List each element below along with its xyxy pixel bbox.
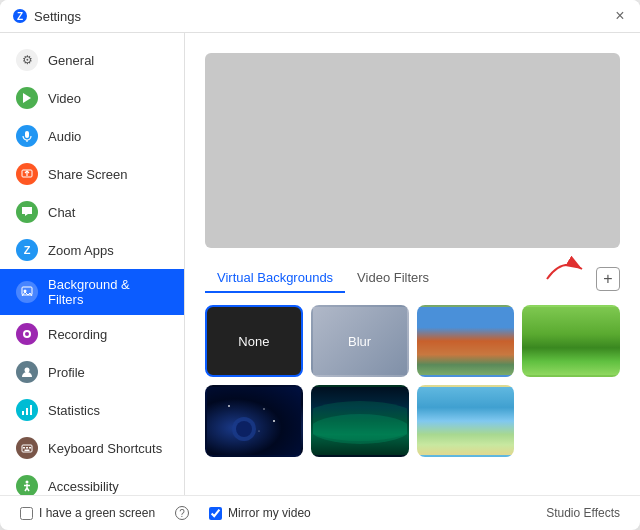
chat-icon bbox=[16, 201, 38, 223]
window-title: Settings bbox=[34, 9, 81, 24]
content-area: ⚙ General Video Audio bbox=[0, 33, 640, 495]
background-blur[interactable]: Blur bbox=[311, 305, 409, 377]
tab-virtual-backgrounds[interactable]: Virtual Backgrounds bbox=[205, 264, 345, 293]
sidebar: ⚙ General Video Audio bbox=[0, 33, 185, 495]
mirror-video-checkbox[interactable] bbox=[209, 507, 222, 520]
zoom-apps-icon: Z bbox=[16, 239, 38, 261]
sidebar-item-recording[interactable]: Recording bbox=[0, 315, 184, 353]
svg-point-31 bbox=[258, 430, 259, 431]
svg-rect-3 bbox=[25, 131, 29, 138]
backgrounds-grid: None Blur bbox=[205, 305, 620, 457]
close-button[interactable]: × bbox=[612, 8, 628, 24]
mirror-video-label: Mirror my video bbox=[228, 506, 311, 520]
bottom-bar: I have a green screen ? Mirror my video … bbox=[0, 495, 640, 530]
svg-point-10 bbox=[25, 332, 29, 336]
background-bridge[interactable] bbox=[417, 305, 515, 377]
sidebar-item-profile[interactable]: Profile bbox=[0, 353, 184, 391]
svg-line-24 bbox=[27, 488, 29, 491]
svg-rect-16 bbox=[23, 447, 25, 449]
background-space[interactable] bbox=[205, 385, 303, 457]
svg-rect-18 bbox=[29, 447, 31, 449]
sidebar-label-video: Video bbox=[48, 91, 81, 106]
audio-icon bbox=[16, 125, 38, 147]
svg-rect-17 bbox=[26, 447, 28, 449]
background-grass[interactable] bbox=[522, 305, 620, 377]
svg-point-33 bbox=[312, 414, 408, 444]
statistics-icon bbox=[16, 399, 38, 421]
background-aurora[interactable] bbox=[311, 385, 409, 457]
sidebar-item-general[interactable]: ⚙ General bbox=[0, 41, 184, 79]
titlebar: Z Settings × bbox=[0, 0, 640, 33]
aurora-visual bbox=[312, 385, 408, 457]
add-icon: + bbox=[603, 270, 612, 288]
sidebar-item-share-screen[interactable]: Share Screen bbox=[0, 155, 184, 193]
accessibility-icon bbox=[16, 475, 38, 495]
main-panel: Virtual Backgrounds Video Filters bbox=[185, 33, 640, 495]
video-icon bbox=[16, 87, 38, 109]
sidebar-label-chat: Chat bbox=[48, 205, 75, 220]
sidebar-item-accessibility[interactable]: Accessibility bbox=[0, 467, 184, 495]
svg-rect-19 bbox=[25, 450, 30, 452]
app-icon: Z bbox=[12, 8, 28, 24]
sidebar-item-zoom-apps[interactable]: Z Zoom Apps bbox=[0, 231, 184, 269]
svg-point-29 bbox=[263, 408, 265, 410]
tabs-container: Virtual Backgrounds Video Filters bbox=[205, 264, 441, 293]
sidebar-item-keyboard-shortcuts[interactable]: Keyboard Shortcuts bbox=[0, 429, 184, 467]
sidebar-label-accessibility: Accessibility bbox=[48, 479, 119, 494]
svg-point-30 bbox=[273, 420, 275, 422]
sidebar-item-video[interactable]: Video bbox=[0, 79, 184, 117]
space-visual bbox=[224, 401, 284, 441]
sidebar-item-background-filters[interactable]: Background & Filters bbox=[0, 269, 184, 315]
background-filters-icon bbox=[16, 281, 38, 303]
svg-text:Z: Z bbox=[17, 11, 23, 22]
sidebar-item-statistics[interactable]: Statistics bbox=[0, 391, 184, 429]
mirror-video-item[interactable]: Mirror my video bbox=[209, 506, 311, 520]
share-screen-icon bbox=[16, 163, 38, 185]
sidebar-label-general: General bbox=[48, 53, 94, 68]
sidebar-label-profile: Profile bbox=[48, 365, 85, 380]
tab-video-filters[interactable]: Video Filters bbox=[345, 264, 441, 293]
general-icon: ⚙ bbox=[16, 49, 38, 71]
svg-point-11 bbox=[25, 368, 30, 373]
background-none[interactable]: None bbox=[205, 305, 303, 377]
add-area: + bbox=[596, 267, 620, 291]
svg-marker-2 bbox=[23, 93, 31, 103]
help-icon[interactable]: ? bbox=[175, 506, 189, 520]
add-background-button[interactable]: + bbox=[596, 267, 620, 291]
profile-icon bbox=[16, 361, 38, 383]
sidebar-label-background-filters: Background & Filters bbox=[48, 277, 168, 307]
sidebar-item-audio[interactable]: Audio bbox=[0, 117, 184, 155]
svg-rect-14 bbox=[30, 405, 32, 415]
video-preview bbox=[205, 53, 620, 248]
sidebar-item-chat[interactable]: Chat bbox=[0, 193, 184, 231]
sidebar-label-statistics: Statistics bbox=[48, 403, 100, 418]
tabs-row: Virtual Backgrounds Video Filters bbox=[205, 264, 620, 293]
green-screen-checkbox[interactable] bbox=[20, 507, 33, 520]
recording-icon bbox=[16, 323, 38, 345]
sidebar-label-recording: Recording bbox=[48, 327, 107, 342]
green-screen-label: I have a green screen bbox=[39, 506, 155, 520]
titlebar-left: Z Settings bbox=[12, 8, 81, 24]
red-arrow-hint bbox=[542, 255, 592, 283]
sidebar-label-keyboard-shortcuts: Keyboard Shortcuts bbox=[48, 441, 162, 456]
studio-effects-button[interactable]: Studio Effects bbox=[546, 506, 620, 520]
svg-rect-13 bbox=[26, 408, 28, 415]
sidebar-label-audio: Audio bbox=[48, 129, 81, 144]
svg-rect-12 bbox=[22, 411, 24, 415]
background-blur-label: Blur bbox=[348, 334, 371, 349]
background-beach[interactable] bbox=[417, 385, 515, 457]
background-none-label: None bbox=[238, 334, 269, 349]
sidebar-label-zoom-apps: Zoom Apps bbox=[48, 243, 114, 258]
svg-point-27 bbox=[236, 421, 252, 437]
svg-point-28 bbox=[228, 405, 230, 407]
keyboard-shortcuts-icon bbox=[16, 437, 38, 459]
svg-point-20 bbox=[26, 481, 29, 484]
green-screen-item[interactable]: I have a green screen bbox=[20, 506, 155, 520]
settings-window: Z Settings × ⚙ General Video bbox=[0, 0, 640, 530]
sidebar-label-share-screen: Share Screen bbox=[48, 167, 128, 182]
